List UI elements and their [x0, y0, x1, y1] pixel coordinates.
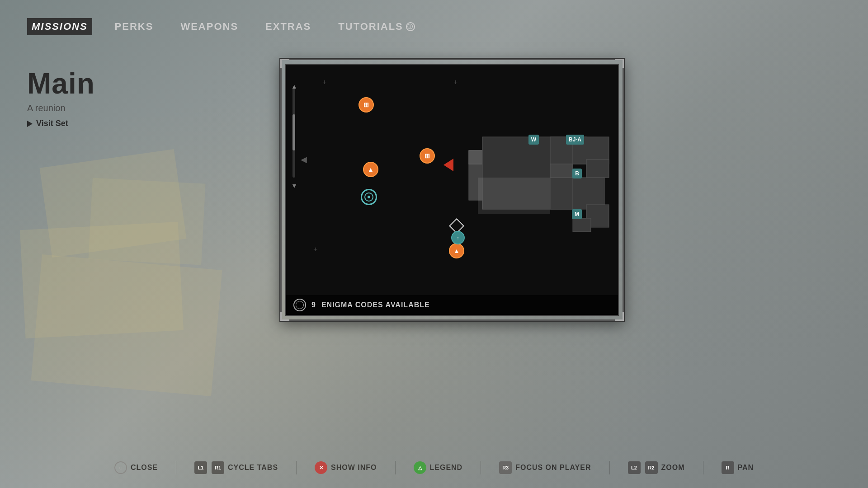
enigma-available-label: ENIGMA CODES AVAILABLE [321, 301, 430, 309]
map-scrollbar[interactable] [292, 87, 295, 178]
nav-tutorials[interactable]: TUTORIALS ⓘ [334, 18, 419, 35]
plus-marker-1: + [322, 78, 326, 86]
room-label-b: B [572, 169, 582, 178]
map-scrollbar-thumb [292, 114, 295, 150]
marker-orange-1[interactable]: ⊞ [359, 97, 374, 113]
marker-red-arrow [443, 159, 453, 171]
main-content: MISSIONS PERKS WEAPONS EXTRAS TUTORIALS … [0, 0, 868, 488]
visit-set-arrow-icon [27, 121, 33, 127]
plus-marker-2: + [453, 78, 458, 86]
enigma-icon [293, 299, 306, 311]
svg-rect-2 [469, 150, 482, 164]
nav-missions[interactable]: MISSIONS [27, 18, 92, 35]
map-scroll-down[interactable]: ▼ [291, 182, 297, 189]
svg-rect-12 [478, 178, 550, 214]
map-frame: + + + + ▲ ▼ ◀ [285, 64, 619, 316]
nav-perks[interactable]: PERKS [110, 18, 158, 35]
tutorials-info-icon: ⓘ [406, 22, 415, 31]
mission-title: Main [27, 68, 253, 99]
marker-orange-2[interactable]: ▲ [363, 162, 378, 177]
room-label-bja: BJ-A [566, 135, 584, 145]
enigma-count: 9 [311, 301, 316, 309]
plus-marker-4: + [313, 245, 317, 253]
top-navigation: MISSIONS PERKS WEAPONS EXTRAS TUTORIALS … [27, 18, 841, 35]
room-label-w: W [528, 135, 539, 145]
visit-set-button[interactable]: Visit Set [27, 119, 253, 128]
nav-weapons[interactable]: WEAPONS [176, 18, 243, 35]
marker-player[interactable]: ↑ [451, 231, 465, 244]
svg-rect-8 [586, 160, 609, 178]
mission-subtitle: A reunion [27, 103, 253, 113]
nav-extras[interactable]: EXTRAS [261, 18, 316, 35]
room-label-m: M [572, 209, 582, 219]
map-scroll-up[interactable]: ▲ [291, 83, 297, 90]
visit-set-label: Visit Set [36, 119, 68, 128]
marker-teal-target[interactable] [361, 189, 377, 205]
svg-rect-11 [573, 218, 591, 232]
map-container[interactable]: + + + + ▲ ▼ ◀ [280, 59, 624, 321]
map-bottom-bar: 9 ENIGMA CODES AVAILABLE [286, 295, 618, 315]
marker-orange-4[interactable]: ▲ [449, 243, 464, 258]
marker-orange-3[interactable]: ⊞ [420, 148, 435, 164]
mission-info-panel: Main A reunion Visit Set [27, 68, 253, 128]
map-pan-left-arrow: ◀ [301, 155, 307, 164]
svg-rect-10 [550, 164, 573, 178]
